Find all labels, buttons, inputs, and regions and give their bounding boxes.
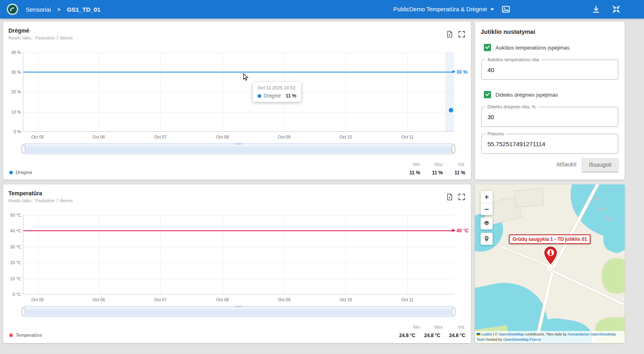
- save-button[interactable]: Išsaugoti: [582, 158, 618, 172]
- slider-grip[interactable]: [235, 143, 242, 145]
- locate-control: [481, 233, 493, 245]
- stat-min-value: 24.8 °C: [394, 333, 415, 338]
- slider-selected-range[interactable]: [26, 147, 451, 153]
- tooltip-series-name: Drėgmė: [264, 93, 281, 99]
- top-header: Sensoriai > GS1_TD_01 PublicDemo Tempera…: [0, 0, 644, 19]
- gridline: [223, 215, 223, 294]
- cancel-button[interactable]: Atšaukti: [556, 161, 576, 168]
- breadcrumb-home-link[interactable]: Sensoriai: [26, 6, 51, 13]
- checkbox-checked-icon[interactable]: [484, 91, 491, 98]
- fullscreen-icon[interactable]: [458, 193, 465, 201]
- gridline: [23, 52, 454, 53]
- high-humidity-limit-field: Didelės drėgmės riba, %: [481, 107, 618, 127]
- attribution-text: | ©: [492, 332, 498, 336]
- hover-highlight-band: [445, 52, 454, 131]
- osmfr-link[interactable]: OpenStreetMap France: [503, 337, 541, 342]
- download-icon[interactable]: [592, 5, 601, 14]
- fullscreen-icon[interactable]: [458, 31, 465, 38]
- x-tick: Oct 11: [401, 135, 413, 139]
- temperature-card-subtitle: Realiu laiku - Paskutinė 7 dienos: [8, 198, 73, 203]
- location-pin-icon[interactable]: [481, 233, 493, 245]
- marker-tooltip[interactable]: Grūdų saugykla 1 - TD jutiklis 01: [509, 234, 590, 244]
- high-temp-limit-field: Aukštos temperatūros riba: [481, 60, 618, 80]
- gridline: [346, 215, 346, 294]
- gridline: [407, 52, 408, 131]
- x-tick: Oct 07: [154, 297, 167, 302]
- y-tick: 30 °C: [4, 244, 21, 249]
- tooltip-time: Oct 11 2025 16:53: [258, 85, 296, 90]
- gridline: [346, 52, 346, 131]
- temperature-stats: Min Max Vid. 24.8 °C 24.8 °C 24.8 °C: [394, 325, 465, 338]
- latitude-field: Platuma: [481, 134, 618, 154]
- app-logo-icon[interactable]: [6, 3, 19, 15]
- slider-handle-left[interactable]: [22, 308, 25, 316]
- humidity-card-title: Drėgmė: [8, 27, 29, 34]
- humidity-legend-item[interactable]: Drėgmė: [9, 170, 32, 175]
- tooltip-series-dot: [258, 94, 261, 98]
- x-tick: Oct 11: [401, 297, 413, 302]
- temperature-plot-area[interactable]: [23, 215, 454, 294]
- slider-grip[interactable]: [235, 306, 242, 307]
- leaflet-link[interactable]: Leaflet: [481, 332, 492, 336]
- y-tick: 20 °C: [4, 260, 21, 265]
- gridline: [223, 52, 223, 131]
- temperature-legend-item[interactable]: Temperatūra: [9, 333, 42, 337]
- map-marker-pin-icon[interactable]: [544, 246, 557, 266]
- osm-link[interactable]: OpenStreetMap: [499, 332, 524, 336]
- humidity-stats: Min Max Vid. 11 % 11 % 11 %: [402, 162, 465, 176]
- zoom-in-button[interactable]: +: [481, 191, 493, 203]
- x-tick: Oct 10: [340, 297, 352, 302]
- x-tick: Oct 08: [216, 297, 229, 302]
- gridline: [161, 52, 161, 131]
- settings-title: Jutiklio nustatymai: [481, 28, 535, 35]
- export-icon[interactable]: [446, 193, 453, 201]
- zoom-control: + −: [481, 191, 493, 215]
- map-attribution: Leaflet | © OpenStreetMap contributors, …: [475, 331, 625, 343]
- map-canvas[interactable]: + − Grūdų saugykla 1 - TD jutiklis 01 L: [475, 184, 625, 343]
- x-tick: Oct 05: [31, 135, 44, 139]
- export-icon[interactable]: [446, 31, 453, 38]
- high-temp-limit-input[interactable]: [484, 60, 615, 79]
- stat-max-value: 11 %: [424, 170, 443, 176]
- latitude-input[interactable]: [484, 135, 615, 153]
- checkbox-checked-icon[interactable]: [484, 44, 491, 51]
- map-roundabout: [547, 265, 553, 271]
- y-tick: 0 %: [4, 129, 21, 134]
- attribution-text: contributors, Tiles style by: [524, 332, 568, 336]
- x-tick: Oct 07: [154, 135, 167, 139]
- humidity-range-slider[interactable]: [23, 143, 454, 154]
- image-icon[interactable]: [502, 5, 510, 14]
- high-humidity-limit-input[interactable]: [484, 108, 615, 126]
- gridline: [38, 215, 38, 294]
- attribution-text: hosted by: [485, 337, 503, 342]
- humidity-chart-card: Drėgmė Realiu laiku - Paskutinė 7 dienos…: [3, 22, 471, 180]
- layers-control: [481, 217, 493, 230]
- humidity-data-point[interactable]: [449, 108, 453, 112]
- legend-label: Temperatūra: [16, 333, 42, 337]
- map-construction-area: [514, 188, 544, 207]
- gridline: [99, 215, 99, 294]
- x-tick: Oct 05: [31, 297, 44, 302]
- y-tick: 40 °C: [4, 228, 21, 233]
- humidity-plot-area[interactable]: [23, 52, 454, 132]
- gridline: [23, 215, 454, 215]
- collapse-icon[interactable]: [612, 5, 621, 14]
- high-humidity-alert-checkbox-row[interactable]: Didelės drėgmės įspėjimas: [484, 91, 558, 98]
- slider-handle-right[interactable]: [452, 145, 455, 153]
- tooltip-series-value: 11 %: [286, 93, 297, 99]
- legend-label: Drėgmė: [16, 170, 32, 175]
- slider-selected-range[interactable]: [26, 309, 451, 316]
- layers-icon[interactable]: [481, 217, 493, 230]
- breadcrumb-device: GS1_TD_01: [67, 6, 100, 13]
- stat-max-value: 24.8 °C: [419, 333, 440, 338]
- y-tick: 30 %: [4, 70, 21, 75]
- slider-handle-left[interactable]: [22, 145, 25, 153]
- high-temp-alert-checkbox-row[interactable]: Aukštos temperatūros įspėjimas: [484, 44, 570, 51]
- y-tick: 50 °C: [4, 213, 21, 217]
- slider-handle-right[interactable]: [452, 308, 455, 316]
- temperature-range-slider[interactable]: [23, 306, 454, 317]
- x-tick: Oct 10: [340, 135, 352, 139]
- dashboard-select[interactable]: PublicDemo Temperatūra & Drėgmė: [393, 0, 494, 19]
- zoom-out-button[interactable]: −: [481, 203, 493, 215]
- gridline: [407, 215, 408, 294]
